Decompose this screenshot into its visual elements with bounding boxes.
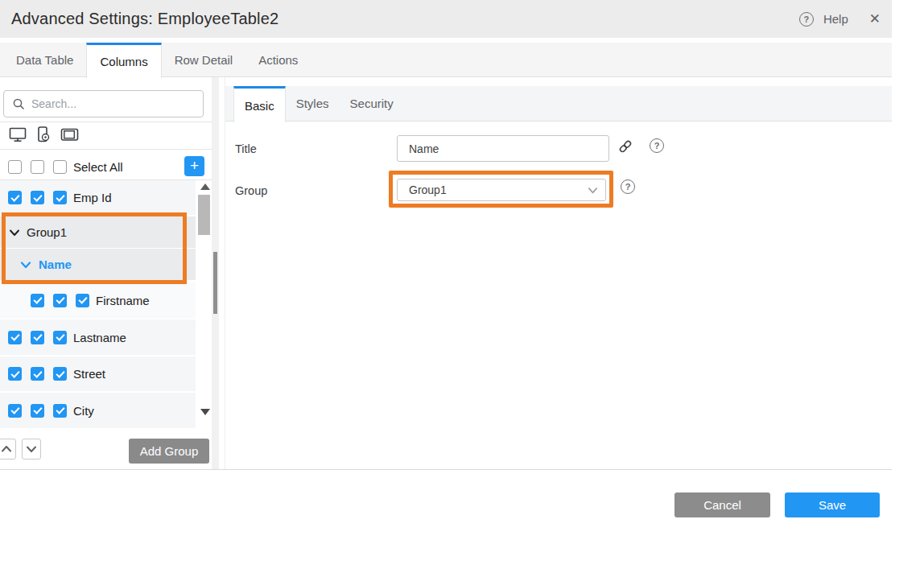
advanced-settings-dialog: Advanced Settings: EmployeeTable2 ? Help… — [0, 0, 924, 577]
main-tab-bar: Data Table Columns Row Detail Actions — [0, 43, 892, 77]
tablet-checkbox[interactable] — [53, 191, 67, 204]
tab-columns[interactable]: Columns — [86, 43, 161, 78]
device-toggle-row — [8, 125, 80, 144]
sidebar-scrollbar-track[interactable] — [212, 77, 219, 469]
column-row-city[interactable]: City — [0, 393, 196, 428]
save-button[interactable]: Save — [785, 493, 880, 517]
columns-sidebar: Select All + Emp Id Group1 — [0, 77, 212, 469]
add-group-button[interactable]: Add Group — [129, 439, 209, 464]
mobile-checkbox[interactable] — [53, 294, 67, 307]
desktop-checkbox[interactable] — [8, 404, 22, 418]
select-all-row: Select All + — [0, 153, 212, 180]
column-list: Emp Id Group1 Name Firstname — [0, 180, 196, 430]
chevron-down-icon — [25, 443, 38, 455]
mobile-checkbox[interactable] — [31, 191, 44, 204]
help-link[interactable]: Help — [823, 12, 848, 26]
mobile-checkbox[interactable] — [31, 331, 44, 344]
chevron-down-icon[interactable] — [8, 226, 21, 239]
tab-styles[interactable]: Styles — [286, 86, 340, 121]
help-icon[interactable]: ? — [799, 12, 814, 27]
mobile-checkbox[interactable] — [31, 367, 44, 381]
tab-data-table[interactable]: Data Table — [3, 43, 86, 76]
tablet-checkbox[interactable] — [53, 404, 67, 418]
column-label: City — [73, 404, 94, 418]
tab-basic[interactable]: Basic — [233, 86, 286, 122]
tablet-checkbox[interactable] — [76, 294, 89, 307]
column-label: Lastname — [73, 331, 126, 344]
tablet-checkbox[interactable] — [53, 367, 67, 381]
column-row-firstname[interactable]: Firstname — [0, 282, 196, 318]
group-dropdown-value: Group1 — [409, 183, 447, 196]
tab-security[interactable]: Security — [340, 86, 404, 121]
desktop-checkbox[interactable] — [8, 367, 22, 381]
column-label: Street — [73, 367, 105, 381]
desktop-icon[interactable] — [8, 125, 27, 144]
column-label: Emp Id — [73, 191, 112, 204]
dialog-title: Advanced Settings: EmployeeTable2 — [11, 10, 278, 28]
desktop-checkbox[interactable] — [8, 191, 22, 204]
group-row-group1[interactable]: Group1 — [0, 216, 196, 248]
tablet-checkbox[interactable] — [53, 331, 67, 344]
column-row-street[interactable]: Street — [0, 357, 196, 391]
column-label: Firstname — [96, 294, 150, 307]
cancel-button[interactable]: Cancel — [674, 493, 770, 517]
list-scrollbar-thumb[interactable] — [198, 195, 210, 235]
desktop-checkbox[interactable] — [31, 294, 44, 307]
desktop-checkbox[interactable] — [8, 331, 22, 344]
add-column-button[interactable]: + — [184, 156, 204, 176]
sidebar-scrollbar-thumb[interactable] — [213, 252, 217, 314]
subgroup-row-name[interactable]: Name — [0, 249, 196, 280]
subgroup-label: Name — [39, 258, 72, 271]
divider — [0, 469, 892, 470]
group-help-icon[interactable]: ? — [621, 179, 635, 194]
chevron-up-icon — [0, 443, 13, 455]
title-help-icon[interactable]: ? — [650, 138, 664, 153]
divider — [0, 122, 212, 122]
column-row-lastname[interactable]: Lastname — [0, 319, 196, 355]
divider — [0, 149, 212, 150]
mobile-icon[interactable] — [35, 125, 52, 144]
panel-tab-bar: Basic Styles Security — [225, 86, 892, 122]
tab-row-detail[interactable]: Row Detail — [162, 43, 246, 76]
move-down-button[interactable] — [22, 439, 41, 460]
move-up-button[interactable] — [0, 439, 16, 460]
column-settings-panel: Basic Styles Security Title ? Group Grou… — [225, 77, 892, 469]
select-all-desktop-checkbox[interactable] — [8, 160, 22, 174]
select-all-label: Select All — [73, 160, 123, 174]
column-search — [3, 90, 204, 117]
link-icon[interactable] — [617, 138, 633, 158]
group-label: Group1 — [27, 225, 67, 239]
group-dropdown[interactable]: Group1 — [397, 179, 606, 201]
tablet-icon[interactable] — [60, 125, 80, 144]
dialog-header: Advanced Settings: EmployeeTable2 ? Help… — [0, 0, 892, 38]
mobile-checkbox[interactable] — [31, 404, 44, 418]
scroll-up-button[interactable] — [200, 183, 210, 190]
column-row-emp-id[interactable]: Emp Id — [0, 180, 196, 215]
scroll-down-button[interactable] — [200, 409, 210, 415]
chevron-down-icon[interactable] — [19, 258, 32, 271]
search-input[interactable] — [31, 97, 184, 110]
title-field-label: Title — [235, 142, 257, 155]
title-input[interactable] — [397, 135, 609, 162]
search-icon — [12, 97, 25, 110]
close-icon[interactable]: ✕ — [869, 10, 881, 27]
group-field-label: Group — [235, 184, 267, 197]
chevron-down-icon — [587, 184, 599, 200]
select-all-mobile-checkbox[interactable] — [31, 160, 44, 174]
select-all-tablet-checkbox[interactable] — [53, 160, 67, 174]
tab-actions[interactable]: Actions — [245, 43, 311, 76]
